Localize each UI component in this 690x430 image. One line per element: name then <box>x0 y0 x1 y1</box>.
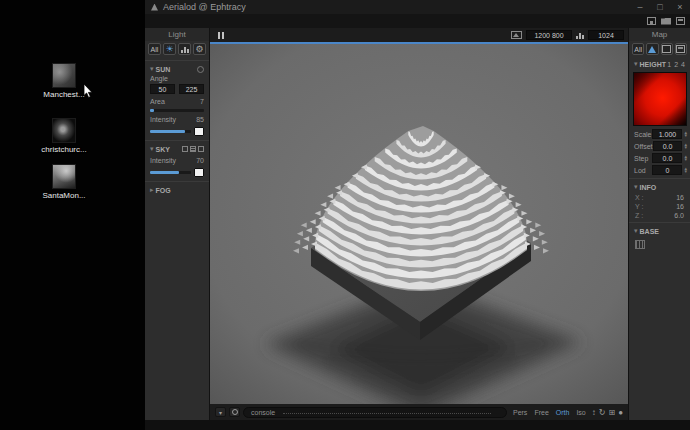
area-slider[interactable] <box>150 109 204 112</box>
gear-icon: ⚙ <box>195 45 203 54</box>
lod-field[interactable]: 0 <box>652 165 682 175</box>
info-row-z: Z :6.0 <box>629 211 690 220</box>
base-section-header[interactable]: ▾ BASE <box>629 225 690 237</box>
lod-stepper[interactable]: ▴▾ <box>684 167 687 173</box>
image-size-icon[interactable] <box>511 31 522 39</box>
map-panel: Map All ▾ HEIGHT 1 2 4 Scale 1.000 ▴▾ Of… <box>628 28 690 420</box>
aerialod-window: Aerialod @ Ephtracy – □ × Light All ☀ ⚙ … <box>145 0 690 430</box>
samples-icon[interactable] <box>576 32 584 39</box>
step-stepper[interactable]: ▴▾ <box>684 155 687 161</box>
desktop-icon-christchurch[interactable]: christchurc... <box>32 118 96 154</box>
screenshot-camera-button[interactable] <box>229 407 240 417</box>
grid-icon[interactable]: ⊞ <box>608 408 615 417</box>
mip-2-button[interactable]: 2 <box>674 61 678 68</box>
viewport-toolbar: 1200 800 1024 <box>210 28 628 42</box>
sun-intensity-label: Intensity <box>150 116 176 123</box>
open-folder-icon[interactable] <box>661 18 671 25</box>
desktop-background: Manchest... christchurc... SantaMon... <box>0 0 145 430</box>
quick-action-strip <box>145 14 690 28</box>
chevron-right-icon: ▸ <box>150 186 154 194</box>
colormap-mode-button[interactable] <box>661 43 673 55</box>
base-section-label: BASE <box>640 228 659 235</box>
maximize-button[interactable]: □ <box>650 0 670 14</box>
info-section-header[interactable]: ▾ INFO <box>629 181 690 193</box>
height-section-label: HEIGHT <box>640 61 666 68</box>
info-row-y: Y :16 <box>629 202 690 211</box>
minimize-button[interactable]: – <box>630 0 650 14</box>
window-bottom-edge <box>145 420 690 430</box>
step-field[interactable]: 0.0 <box>652 153 682 163</box>
title-bar[interactable]: Aerialod @ Ephtracy – □ × <box>145 0 690 14</box>
save-icon[interactable] <box>647 17 656 25</box>
step-label: Step <box>634 155 648 162</box>
area-label: Area <box>150 98 165 105</box>
sky-section-header[interactable]: ▾ SKY <box>145 143 209 155</box>
scale-label: Scale <box>634 131 652 138</box>
console-expand-button[interactable]: ▾ <box>215 407 226 417</box>
close-button[interactable]: × <box>670 0 690 14</box>
window-title: Aerialod @ Ephtracy <box>163 2 246 12</box>
desktop-icon-label: christchurc... <box>32 145 96 154</box>
offset-field[interactable]: 0.0 <box>653 141 683 151</box>
sky-mode-icons[interactable] <box>182 146 204 152</box>
heightmap-mode-button[interactable] <box>646 43 658 55</box>
mode-iso[interactable]: Iso <box>576 409 585 416</box>
sun-radio-icon[interactable] <box>197 66 204 73</box>
chevron-down-icon: ▾ <box>634 227 638 235</box>
sun-angle-x-field[interactable]: 50 <box>150 84 175 94</box>
angle-label: Angle <box>150 75 168 82</box>
sky-color-swatch[interactable] <box>194 168 204 177</box>
histogram-icon <box>181 46 189 53</box>
sun-intensity-value: 85 <box>196 116 204 123</box>
updown-icon[interactable]: ↕ <box>592 408 596 417</box>
sun-color-swatch[interactable] <box>194 127 204 136</box>
mode-free[interactable]: Free <box>534 409 548 416</box>
render-viewport[interactable] <box>210 44 628 404</box>
desktop-icon-santamonica[interactable]: SantaMon... <box>32 164 96 200</box>
light-settings-button[interactable]: ⚙ <box>193 43 206 55</box>
histogram-mode-button[interactable] <box>178 43 191 55</box>
heightmap-preview[interactable] <box>633 72 687 126</box>
height-section-header[interactable]: ▾ HEIGHT 1 2 4 <box>629 58 690 70</box>
app-logo-icon <box>151 4 158 11</box>
heightmap-thumbnail <box>52 164 76 189</box>
console-dotted-line <box>283 410 491 414</box>
light-panel-title: Light <box>145 28 209 41</box>
sky-intensity-label: Intensity <box>150 157 176 164</box>
window-icon <box>676 45 685 53</box>
mode-orth[interactable]: Orth <box>556 409 570 416</box>
pause-button[interactable] <box>218 32 224 39</box>
export-window-icon[interactable] <box>676 17 685 25</box>
mountain-icon <box>648 46 656 53</box>
console-placeholder: console <box>251 409 275 416</box>
render-samples-field[interactable]: 1024 <box>588 30 624 40</box>
map-all-button[interactable]: All <box>632 43 644 55</box>
base-texture-icon[interactable] <box>635 240 645 249</box>
chevron-down-icon: ▾ <box>634 60 638 68</box>
offset-label: Offset <box>634 143 653 150</box>
reset-rotation-icon[interactable]: ↻ <box>599 408 606 417</box>
card-icon <box>662 45 671 53</box>
sky-section-label: SKY <box>156 146 170 153</box>
sun-angle-y-field[interactable]: 225 <box>179 84 204 94</box>
render-resolution-field[interactable]: 1200 800 <box>526 30 572 40</box>
scale-field[interactable]: 1.000 <box>652 129 682 139</box>
sun-intensity-slider[interactable] <box>150 130 191 133</box>
scale-stepper[interactable]: ▴▾ <box>684 131 687 137</box>
light-all-button[interactable]: All <box>148 43 161 55</box>
offset-stepper[interactable]: ▴▾ <box>684 143 687 149</box>
sun-section-header[interactable]: ▾ SUN <box>145 63 209 75</box>
sky-intensity-slider[interactable] <box>150 171 191 174</box>
mode-pers[interactable]: Pers <box>513 409 527 416</box>
heightmap-thumbnail <box>52 63 76 88</box>
mip-4-button[interactable]: 4 <box>681 61 685 68</box>
map-settings-button[interactable] <box>675 43 687 55</box>
console-input[interactable]: console <box>243 407 507 418</box>
fog-section-header[interactable]: ▸ FOG <box>145 184 209 196</box>
chevron-down-icon: ▾ <box>150 145 154 153</box>
sun-icon: ☀ <box>165 45 173 54</box>
globe-icon[interactable]: ● <box>618 408 623 417</box>
mip-1-button[interactable]: 1 <box>667 61 671 68</box>
sky-image-icon <box>198 146 204 152</box>
sun-mode-button[interactable]: ☀ <box>163 43 176 55</box>
